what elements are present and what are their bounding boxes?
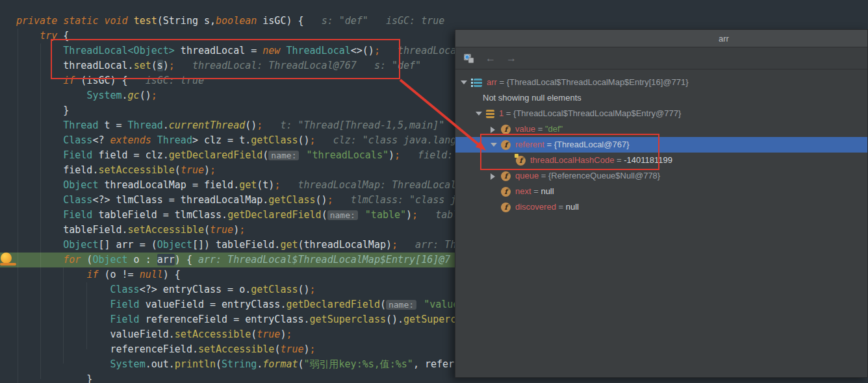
variable-value: -1401181199: [624, 155, 672, 165]
equals-separator: =: [556, 202, 566, 212]
tree-row-value[interactable]: value = "def": [455, 121, 867, 137]
tree-row-1[interactable]: 1 = {ThreadLocal$ThreadLocalMap$Entry@77…: [455, 106, 867, 121]
variable-name: threadLocalHashCode: [530, 155, 614, 165]
variable-value: {ThreadLocal@767}: [554, 140, 630, 149]
indent-guide: [18, 29, 18, 383]
back-arrow-icon[interactable]: ←: [485, 53, 496, 64]
field-icon: [501, 125, 511, 134]
indent-guide: [63, 267, 64, 364]
field-final-icon: [516, 156, 526, 166]
equals-separator: =: [497, 77, 507, 87]
equals-separator: =: [531, 186, 541, 196]
tree-info-row[interactable]: Not showing null elements: [455, 90, 867, 106]
variables-popup: arr ← → arr = {ThreadLocal$ThreadLocalMa…: [455, 29, 868, 378]
popup-title-bar[interactable]: arr: [455, 30, 867, 47]
indent-guide: [86, 282, 87, 349]
referring-objects-icon[interactable]: [463, 53, 475, 64]
equals-separator: =: [539, 171, 548, 180]
field-icon: [501, 140, 511, 150]
chevron-expanded-icon[interactable]: [491, 138, 501, 153]
variable-name: arr: [487, 77, 497, 87]
execution-point-ball-icon: [1, 253, 12, 264]
chevron-collapsed-icon[interactable]: [491, 169, 501, 184]
execution-point-bar-icon: [0, 263, 16, 266]
equals-separator: =: [535, 124, 545, 134]
tree-row-discovered[interactable]: discovered = null: [455, 199, 867, 215]
equals-separator: =: [504, 108, 513, 118]
forward-arrow-icon[interactable]: →: [506, 53, 517, 64]
equals-separator: =: [544, 140, 554, 149]
field-icon: [501, 203, 511, 212]
variable-value: {ReferenceQueue$Null@778}: [548, 171, 660, 180]
variable-name: queue: [515, 171, 539, 180]
equals-separator: =: [614, 155, 624, 165]
code-line[interactable]: private static void test(String s,boolea…: [0, 14, 868, 29]
variable-name: referent: [515, 140, 544, 149]
tree-row-queue[interactable]: queue = {ReferenceQueue$Null@778}: [455, 168, 867, 184]
chevron-collapsed-icon[interactable]: [491, 122, 501, 138]
field-icon: [501, 171, 511, 181]
variable-value: {ThreadLocal$ThreadLocalMap$Entry@777}: [513, 108, 681, 118]
variable-name: value: [515, 124, 535, 134]
chevron-expanded-icon[interactable]: [476, 106, 486, 122]
tree-row-threadLocalHashCode[interactable]: threadLocalHashCode = -1401181199: [455, 153, 867, 168]
variable-value: {ThreadLocal$ThreadLocalMap$Entry[16]@77…: [507, 77, 689, 87]
variable-name: next: [515, 186, 531, 196]
indent-guide: [40, 43, 41, 379]
tree-row-referent[interactable]: referent = {ThreadLocal@767}: [455, 137, 867, 153]
field-icon: [501, 187, 511, 197]
tree-row-arr[interactable]: arr = {ThreadLocal$ThreadLocalMap$Entry[…: [455, 75, 867, 90]
variable-value: null: [566, 202, 579, 212]
popup-toolbar: ← →: [455, 47, 867, 69]
popup-title: arr: [719, 34, 729, 43]
array-icon: [474, 79, 482, 87]
entry-icon: [486, 110, 494, 118]
tree-row-next[interactable]: next = null: [455, 184, 867, 199]
variable-value: null: [541, 186, 554, 196]
variable-value: "def": [545, 124, 563, 134]
execution-point-icon[interactable]: [0, 253, 17, 266]
chevron-expanded-icon[interactable]: [461, 75, 471, 91]
variable-name: discovered: [515, 202, 556, 212]
tree-info-text: Not showing null elements: [483, 93, 581, 103]
variables-tree: arr = {ThreadLocal$ThreadLocalMap$Entry[…: [455, 69, 867, 215]
